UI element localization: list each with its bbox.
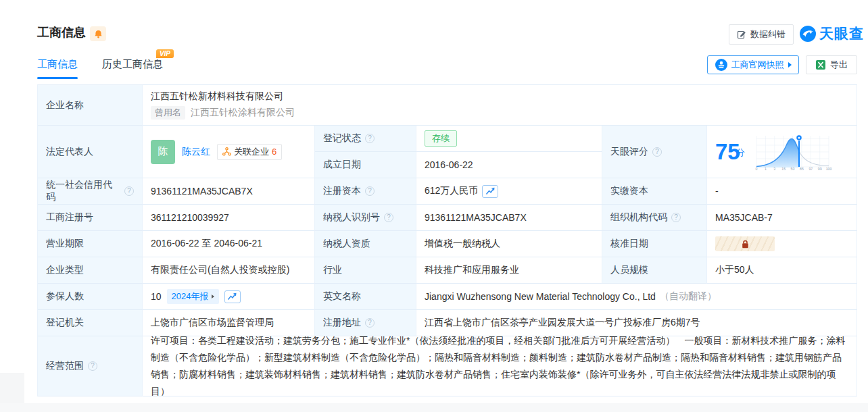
tyc-score-label: 天眼评分 <box>602 126 707 178</box>
bell-icon <box>93 29 103 39</box>
business-term-label: 营业期限 <box>38 231 143 257</box>
label-text: 行业 <box>323 264 342 276</box>
trend-chart-icon[interactable] <box>482 185 498 198</box>
annual-report-tag[interactable]: 2024年报 <box>167 289 219 304</box>
label-text: 统一社会信用代码 <box>46 179 120 203</box>
score-unit: 分 <box>736 147 745 159</box>
business-scope-label: 经营范围 <box>38 336 143 396</box>
label-text: 组织机构代码 <box>610 211 667 224</box>
annual-report-label: 2024年报 <box>172 290 209 303</box>
reg-authority-cell: 上饶市广信区市场监督管理局 <box>143 310 315 336</box>
help-icon[interactable] <box>652 147 662 157</box>
tab-business-info-label: 工商信息 <box>37 58 78 70</box>
reg-address-value: 江西省上饶市广信区茶亭产业园发展大道一号广投标准厂房6期7号 <box>425 317 700 329</box>
tab-history-business-info[interactable]: 历史工商信息 VIP <box>102 58 163 79</box>
credit-code-cell: 91361121MA35JCAB7X <box>143 178 315 205</box>
related-companies-tag[interactable]: 关联企业 6 <box>217 144 282 160</box>
reg-number-label: 工商注册号 <box>38 205 143 231</box>
establish-date-cell: 2016-06-22 <box>416 152 602 178</box>
reg-number-value: 361121210039927 <box>151 212 229 223</box>
label-text: 天眼评分 <box>610 146 648 158</box>
industry-cell: 科技推广和应用服务业 <box>416 257 602 284</box>
company-name-value: 江西五针松新材料科技有限公司 <box>151 91 283 103</box>
paid-capital-cell: - <box>707 178 857 205</box>
label-text: 实缴资本 <box>610 185 648 197</box>
org-network-icon <box>222 147 231 156</box>
company-name-cell: 江西五针松新材料科技有限公司 曾用名 江西五针松涂料有限公司 <box>143 85 857 126</box>
status-badge: 存续 <box>425 130 457 147</box>
svg-text:97: 97 <box>809 167 813 171</box>
help-icon[interactable] <box>365 318 375 328</box>
help-icon[interactable] <box>671 213 681 222</box>
label-text: 经营范围 <box>46 360 84 372</box>
reg-authority-value: 上饶市广信区市场监督管理局 <box>151 317 274 329</box>
label-text: 核准日期 <box>610 238 648 250</box>
tab-history-label: 历史工商信息 <box>102 58 163 70</box>
business-term-value: 2016-06-22 至 2046-06-21 <box>151 238 262 250</box>
legal-rep-link[interactable]: 陈云红 <box>182 146 210 158</box>
business-info-page: 工商信息 数据纠错 天眼查 工商信息 历史工商信息 VIP <box>0 0 868 412</box>
english-name-cell: Jiangxi Wuzhensong New Material Technolo… <box>416 284 857 310</box>
related-companies-label: 关联企业 <box>234 146 269 158</box>
label-text: 纳税人资质 <box>323 238 370 250</box>
taxpayer-quality-value: 增值税一般纳税人 <box>425 238 500 250</box>
help-icon[interactable] <box>124 186 134 196</box>
company-type-value: 有限责任公司(自然人投资或控股) <box>151 264 289 276</box>
reg-status-label: 登记状态 <box>315 126 416 152</box>
svg-text:3: 3 <box>773 167 775 171</box>
excel-icon <box>815 59 826 70</box>
label-text: 成立日期 <box>323 159 361 171</box>
taxpayer-id-value: 91361121MA35JCAB7X <box>425 212 527 223</box>
label-text: 营业期限 <box>46 238 84 250</box>
legal-rep-cell: 陈 陈云红 关联企业 6 <box>143 126 315 178</box>
establish-date-label: 成立日期 <box>315 152 416 178</box>
score-value-wrap: 75 分 <box>715 140 746 163</box>
approval-date-cell <box>707 231 857 257</box>
english-name-value: Jiangxi Wuzhensong New Material Technolo… <box>425 291 656 302</box>
data-correction-button[interactable]: 数据纠错 <box>729 24 794 45</box>
help-icon[interactable] <box>384 213 393 222</box>
tyc-score-cell: 75 分 <box>707 126 857 178</box>
export-button[interactable]: 导出 <box>806 55 857 74</box>
staff-size-label: 人员规模 <box>602 257 707 284</box>
taxpayer-quality-cell: 增值税一般纳税人 <box>416 231 602 257</box>
official-snapshot-button[interactable]: 工商官网快照 <box>707 55 799 74</box>
org-code-value: MA35JCAB-7 <box>715 212 773 223</box>
svg-text:99: 99 <box>818 167 822 171</box>
subscribe-bell-button[interactable] <box>90 26 106 41</box>
credit-code-value: 91361121MA35JCAB7X <box>151 186 253 197</box>
taxpayer-quality-label: 纳税人资质 <box>315 231 416 257</box>
page-background-bottom <box>0 403 868 412</box>
taxpayer-id-label: 纳税人识别号 <box>315 205 416 231</box>
reg-address-cell: 江西省上饶市广信区茶亭产业园发展大道一号广投标准厂房6期7号 <box>416 310 857 336</box>
label-text: 注册地址 <box>323 317 361 329</box>
help-icon[interactable] <box>365 186 375 196</box>
auto-translate-note: （自动翻译） <box>660 290 717 303</box>
legal-rep-avatar[interactable]: 陈 <box>151 140 175 164</box>
approval-date-label: 核准日期 <box>602 231 707 257</box>
label-text: 法定代表人 <box>46 146 93 158</box>
locked-value-box[interactable] <box>715 236 775 251</box>
tianyancha-logo-text: 天眼查 <box>819 24 864 43</box>
company-type-cell: 有限责任公司(自然人投资或控股) <box>143 257 315 284</box>
score-distribution-chart: 0 1 3 15 50 85 97 99 100 <box>753 133 834 171</box>
svg-text:50: 50 <box>790 167 794 171</box>
svg-text:15: 15 <box>781 167 786 171</box>
industry-label: 行业 <box>315 257 416 284</box>
reg-authority-label: 登记机关 <box>38 310 143 336</box>
related-companies-count: 6 <box>272 147 276 157</box>
correction-icon <box>737 30 746 39</box>
staff-size-cell: 小于50人 <box>707 257 857 284</box>
industry-value: 科技推广和应用服务业 <box>425 264 519 276</box>
former-name-row: 曾用名 江西五针松涂料有限公司 <box>151 106 295 120</box>
former-name-value: 江西五针松涂料有限公司 <box>191 107 295 119</box>
official-snapshot-label: 工商官网快照 <box>731 59 784 71</box>
help-icon[interactable] <box>365 134 375 143</box>
english-name-label: 英文名称 <box>315 284 416 310</box>
tianyancha-logo[interactable]: 天眼查 <box>799 24 864 43</box>
label-text: 企业名称 <box>46 99 84 111</box>
tab-business-info[interactable]: 工商信息 <box>37 58 78 79</box>
help-icon[interactable] <box>88 361 97 371</box>
trend-chart-icon[interactable] <box>224 290 241 303</box>
business-info-table: 企业名称 江西五针松新材料科技有限公司 曾用名 江西五针松涂料有限公司 法定代表… <box>37 84 857 396</box>
